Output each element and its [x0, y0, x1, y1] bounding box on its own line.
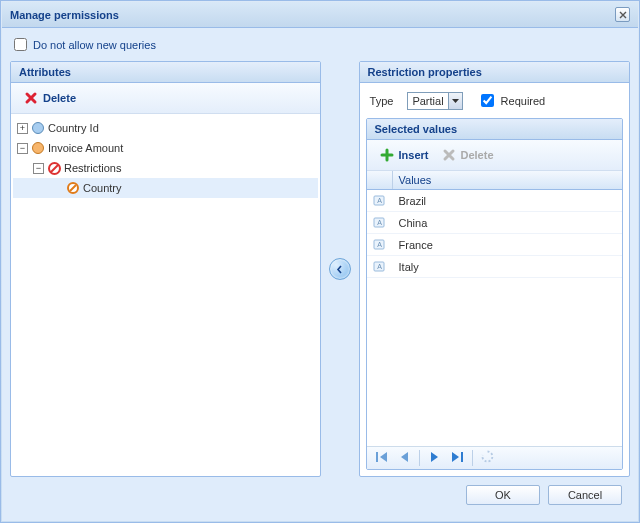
delete-value-label: Delete	[461, 149, 494, 161]
prev-page-icon	[398, 451, 410, 463]
selected-values-title: Selected values	[367, 119, 622, 140]
attributes-toolbar: Delete	[11, 83, 320, 114]
collapse-panel-button[interactable]	[329, 258, 351, 280]
panel-divider	[329, 61, 351, 477]
paging-separator	[419, 450, 420, 466]
attributes-panel: Attributes Delete + Country Id	[10, 61, 321, 477]
values-grid-header: Values	[367, 171, 622, 190]
collapse-icon[interactable]: −	[17, 143, 28, 154]
svg-text:A: A	[377, 263, 382, 270]
paging-toolbar	[367, 446, 622, 469]
required-checkbox[interactable]: Required	[477, 91, 546, 110]
svg-text:A: A	[377, 197, 382, 204]
values-column-header[interactable]: Values	[393, 171, 622, 189]
delete-icon	[23, 90, 39, 106]
dropdown-icon	[448, 93, 462, 109]
first-page-icon	[375, 451, 389, 463]
attributes-panel-title: Attributes	[11, 62, 320, 83]
tree-node-restrictions[interactable]: − Restrictions	[13, 158, 318, 178]
type-label: Type	[370, 95, 394, 107]
svg-text:A: A	[377, 219, 382, 226]
table-row[interactable]: A Italy	[367, 256, 622, 278]
plus-icon	[379, 147, 395, 163]
dialog-body: Do not allow new queries Attributes Dele…	[2, 28, 638, 521]
panels-container: Attributes Delete + Country Id	[10, 61, 630, 477]
insert-label: Insert	[399, 149, 429, 161]
svg-text:A: A	[377, 241, 382, 248]
insert-button[interactable]: Insert	[375, 145, 433, 165]
refresh-icon	[481, 450, 494, 463]
restriction-panel-title: Restriction properties	[360, 62, 629, 83]
required-input[interactable]	[481, 94, 494, 107]
required-label: Required	[501, 95, 546, 107]
tree-node-invoice-amount[interactable]: − Invoice Amount	[13, 138, 318, 158]
page-prev-button[interactable]	[395, 450, 413, 466]
collapse-icon[interactable]: −	[33, 163, 44, 174]
dimension-icon	[30, 120, 46, 136]
tree-node-country-id[interactable]: + Country Id	[13, 118, 318, 138]
expand-icon[interactable]: +	[17, 123, 28, 134]
table-row[interactable]: A France	[367, 234, 622, 256]
dialog: Manage permissions Do not allow new quer…	[0, 0, 640, 523]
value-cell: Brazil	[393, 195, 622, 207]
page-first-button[interactable]	[373, 450, 391, 466]
next-page-icon	[429, 451, 441, 463]
values-grid-body: A Brazil A China A France A	[367, 190, 622, 446]
close-icon	[619, 11, 627, 19]
disallow-queries-label: Do not allow new queries	[33, 39, 156, 51]
value-cell: China	[393, 217, 622, 229]
restriction-group-icon	[46, 160, 62, 176]
dialog-titlebar: Manage permissions	[2, 2, 638, 28]
value-cell: France	[393, 239, 622, 251]
disallow-queries-checkbox[interactable]: Do not allow new queries	[10, 36, 630, 61]
tree-node-label: Restrictions	[64, 162, 121, 174]
delete-value-button[interactable]: Delete	[437, 145, 498, 165]
attributes-delete-label: Delete	[43, 92, 76, 104]
ok-button[interactable]: OK	[466, 485, 540, 505]
value-icon: A	[372, 193, 388, 209]
selected-values-toolbar: Insert Delete	[367, 140, 622, 171]
paging-separator	[472, 450, 473, 466]
value-icon: A	[372, 215, 388, 231]
value-icon: A	[372, 259, 388, 275]
dialog-footer: OK Cancel	[10, 477, 630, 513]
value-icon: A	[372, 237, 388, 253]
attributes-delete-button[interactable]: Delete	[19, 88, 80, 108]
chevron-left-icon	[336, 265, 343, 274]
table-row[interactable]: A Brazil	[367, 190, 622, 212]
delete-icon	[441, 147, 457, 163]
disallow-queries-input[interactable]	[14, 38, 27, 51]
page-last-button[interactable]	[448, 450, 466, 466]
tree-node-country[interactable]: Country	[13, 178, 318, 198]
tree-node-label: Country	[83, 182, 122, 194]
values-grid-header-spacer	[367, 171, 393, 189]
restriction-icon	[65, 180, 81, 196]
attributes-tree: + Country Id − Invoice Amount −	[11, 114, 320, 476]
dialog-close-button[interactable]	[615, 7, 630, 22]
refresh-button[interactable]	[479, 450, 497, 466]
tree-node-label: Invoice Amount	[48, 142, 123, 154]
selected-values-panel: Selected values Insert Delet	[366, 118, 623, 470]
table-row[interactable]: A China	[367, 212, 622, 234]
type-select-value: Partial	[408, 95, 447, 107]
measure-icon	[30, 140, 46, 156]
cancel-button[interactable]: Cancel	[548, 485, 622, 505]
type-select[interactable]: Partial	[407, 92, 462, 110]
value-cell: Italy	[393, 261, 622, 273]
restriction-properties-row: Type Partial Required	[360, 83, 629, 118]
restriction-panel: Restriction properties Type Partial Requ…	[359, 61, 630, 477]
last-page-icon	[450, 451, 464, 463]
dialog-title: Manage permissions	[10, 9, 119, 21]
tree-node-label: Country Id	[48, 122, 99, 134]
page-next-button[interactable]	[426, 450, 444, 466]
